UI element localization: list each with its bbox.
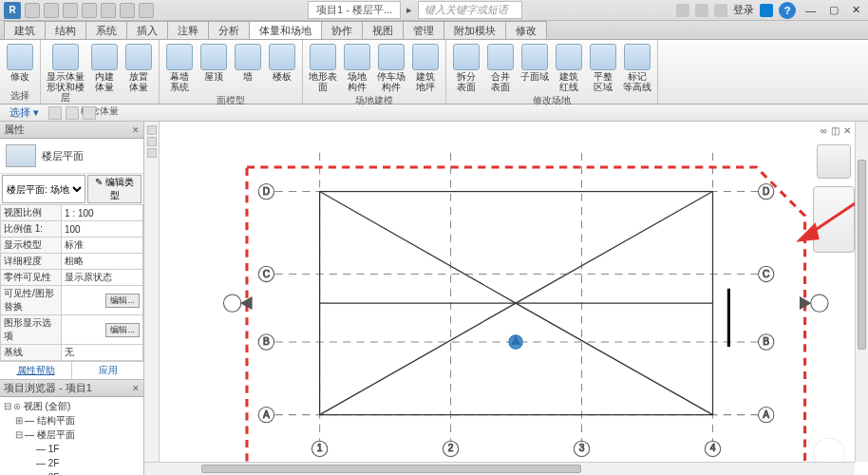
- ribbon-button[interactable]: 地形表面: [307, 42, 339, 94]
- ribbon-button-label: 地形表面: [308, 71, 338, 92]
- ribbon-button[interactable]: 建筑地坪: [409, 42, 442, 94]
- annotation-arrow: [800, 201, 858, 240]
- qat-print-icon[interactable]: [101, 3, 116, 18]
- optbar-icon-2[interactable]: [66, 106, 79, 120]
- ribbon-tab[interactable]: 视图: [362, 21, 404, 39]
- ribbon-button[interactable]: 标记等高线: [621, 42, 653, 94]
- drawing-area[interactable]: ∞ ◫ ✕ D: [144, 122, 868, 475]
- property-value[interactable]: 标准: [62, 238, 143, 254]
- select-dropdown[interactable]: 选择 ▾: [4, 105, 45, 120]
- ribbon-button-label: 合并表面: [491, 71, 510, 92]
- property-row[interactable]: 详细程度粗略: [1, 254, 143, 270]
- properties-apply-button[interactable]: 应用: [72, 362, 143, 379]
- ribbon-button[interactable]: 平整区域: [587, 42, 619, 94]
- qat-save-icon[interactable]: [44, 3, 59, 18]
- star-icon[interactable]: [695, 4, 708, 17]
- plan-canvas[interactable]: D D C C B B A A 1 2 3 4: [160, 122, 868, 475]
- property-row[interactable]: 视图比例1 : 100: [1, 205, 143, 221]
- property-value[interactable]: 显示原状态: [62, 270, 143, 286]
- ribbon-tab[interactable]: 体量和场地: [249, 21, 322, 39]
- tree-node[interactable]: — 2F: [4, 456, 140, 470]
- property-value[interactable]: 100: [62, 221, 143, 238]
- ribbon-button[interactable]: 屋顶: [198, 42, 230, 94]
- subscription-icon[interactable]: [676, 4, 689, 17]
- ribbon-button[interactable]: 放置体量: [123, 42, 155, 104]
- window-minimize-icon[interactable]: —: [802, 5, 820, 16]
- app-logo[interactable]: R: [4, 2, 21, 19]
- window-close-icon[interactable]: ✕: [848, 4, 864, 16]
- qat-redo-icon[interactable]: [82, 3, 97, 18]
- property-value[interactable]: 粗略: [62, 254, 143, 270]
- property-row[interactable]: 比例值 1:100: [1, 221, 143, 238]
- ribbon-button[interactable]: 显示体量形状和楼层: [45, 42, 86, 104]
- window-restore-icon[interactable]: ▢: [825, 4, 842, 16]
- type-selector[interactable]: 楼层平面: 场地: [2, 175, 85, 203]
- property-name: 详细程度: [1, 254, 62, 270]
- ribbon-tab[interactable]: 结构: [45, 21, 86, 39]
- qat-text-icon[interactable]: [139, 3, 154, 18]
- property-value[interactable]: 编辑...: [62, 315, 143, 345]
- ribbon-button[interactable]: 拆分表面: [450, 42, 482, 94]
- ribbon-tab[interactable]: 修改: [505, 21, 547, 39]
- ribbon-tab[interactable]: 建筑: [4, 21, 46, 39]
- properties-grid[interactable]: 视图比例1 : 100比例值 1:100显示模型标准详细程度粗略零件可见性显示原…: [0, 204, 143, 361]
- horizontal-scrollbar[interactable]: [144, 462, 855, 475]
- property-row[interactable]: 显示模型标准: [1, 238, 143, 254]
- qat-measure-icon[interactable]: [120, 3, 135, 18]
- browser-close-icon[interactable]: ✕: [132, 384, 140, 393]
- ribbon-button[interactable]: 幕墙系统: [163, 42, 196, 94]
- type-preview[interactable]: 楼层平面: [0, 139, 143, 173]
- ribbon-button[interactable]: 场地构件: [341, 42, 373, 94]
- ribbon-tab[interactable]: 分析: [208, 21, 250, 39]
- ribbon-tab[interactable]: 注释: [167, 21, 209, 39]
- property-row[interactable]: 基线无: [1, 345, 143, 361]
- ribbon-button[interactable]: 子面域: [519, 42, 551, 94]
- ribbon-tab[interactable]: 插入: [126, 21, 168, 39]
- ribbon-tab[interactable]: 管理: [403, 21, 444, 39]
- user-icon[interactable]: [714, 4, 727, 17]
- ribbon-button[interactable]: 合并表面: [484, 42, 517, 94]
- project-browser[interactable]: ⊟⊙ 视图 (全部)⊞— 结构平面⊟— 楼层平面— 1F— 2F— 3F— 场地…: [0, 397, 143, 475]
- property-row[interactable]: 可见性/图形替换编辑...: [1, 286, 143, 315]
- strip-icon[interactable]: [147, 125, 157, 135]
- ribbon-button[interactable]: 修改: [4, 42, 36, 84]
- tree-root[interactable]: ⊟⊙ 视图 (全部): [4, 399, 140, 413]
- ribbon-button[interactable]: 内建体量: [88, 42, 121, 104]
- qat-open-icon[interactable]: [25, 3, 40, 18]
- edit-type-button[interactable]: ✎ 编辑类型: [87, 175, 142, 203]
- optbar-icon-1[interactable]: [48, 106, 62, 120]
- help-icon[interactable]: ?: [779, 2, 796, 19]
- property-edit-button[interactable]: 编辑...: [105, 294, 140, 308]
- property-line[interactable]: [247, 167, 805, 464]
- tree-node[interactable]: ⊞— 结构平面: [4, 413, 140, 428]
- svg-line-35: [516, 303, 712, 415]
- ribbon-tab[interactable]: 协作: [321, 21, 363, 39]
- strip-icon[interactable]: [147, 148, 157, 158]
- property-row[interactable]: 零件可见性显示原状态: [1, 270, 143, 286]
- qat-undo-icon[interactable]: [63, 3, 78, 18]
- property-row[interactable]: 图形显示选项编辑...: [1, 315, 143, 345]
- ribbon-button[interactable]: 建筑红线: [553, 42, 585, 94]
- property-value[interactable]: 1 : 100: [62, 205, 143, 221]
- tree-node[interactable]: ⊟— 楼层平面: [4, 428, 140, 442]
- section-marker[interactable]: [727, 289, 730, 347]
- vertical-scrollbar[interactable]: [855, 122, 868, 462]
- tree-node[interactable]: — 1F: [4, 442, 140, 456]
- properties-help-link[interactable]: 属性帮助: [0, 362, 72, 379]
- property-value[interactable]: 编辑...: [62, 286, 143, 315]
- ribbon-button-icon: [378, 44, 405, 70]
- property-value[interactable]: 无: [62, 345, 143, 361]
- properties-close-icon[interactable]: ✕: [132, 125, 140, 135]
- ribbon-button[interactable]: 停车场构件: [375, 42, 407, 94]
- optbar-icon-3[interactable]: [83, 106, 96, 120]
- exchange-icon[interactable]: [760, 4, 773, 17]
- ribbon-tab[interactable]: 系统: [85, 21, 127, 39]
- ribbon-button[interactable]: 楼板: [266, 42, 298, 94]
- ribbon-button[interactable]: 墙: [232, 42, 264, 94]
- property-edit-button[interactable]: 编辑...: [105, 323, 140, 337]
- search-input[interactable]: 键入关键字或短语: [418, 1, 522, 19]
- ribbon-tab[interactable]: 附加模块: [443, 21, 506, 39]
- strip-icon[interactable]: [147, 137, 157, 146]
- tree-node[interactable]: — 3F: [4, 470, 140, 475]
- login-link[interactable]: 登录: [733, 3, 754, 17]
